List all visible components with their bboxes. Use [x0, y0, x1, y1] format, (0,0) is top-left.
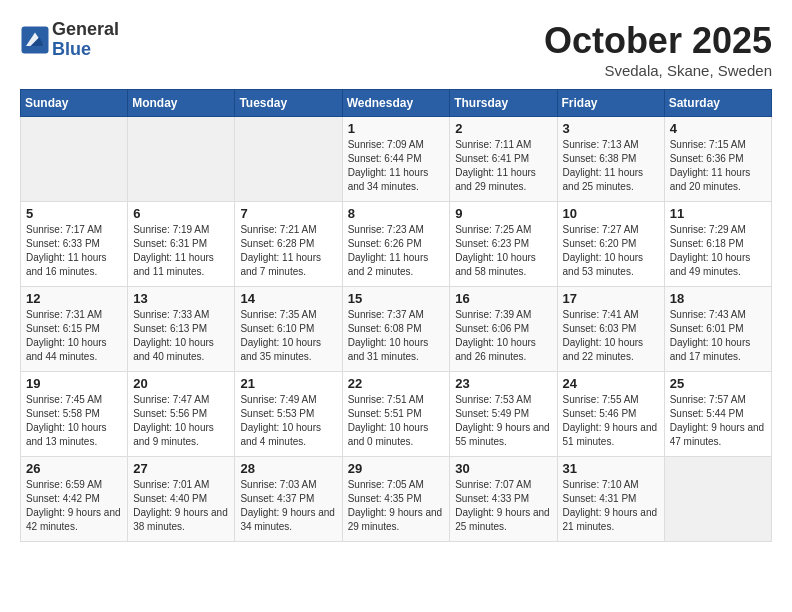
calendar-cell: 3Sunrise: 7:13 AMSunset: 6:38 PMDaylight… — [557, 117, 664, 202]
day-info: Sunrise: 7:53 AMSunset: 5:49 PMDaylight:… — [455, 393, 551, 449]
day-number: 15 — [348, 291, 445, 306]
day-number: 20 — [133, 376, 229, 391]
day-number: 8 — [348, 206, 445, 221]
calendar-cell: 9Sunrise: 7:25 AMSunset: 6:23 PMDaylight… — [450, 202, 557, 287]
day-info: Sunrise: 7:47 AMSunset: 5:56 PMDaylight:… — [133, 393, 229, 449]
day-number: 27 — [133, 461, 229, 476]
calendar-week-3: 12Sunrise: 7:31 AMSunset: 6:15 PMDayligh… — [21, 287, 772, 372]
day-info: Sunrise: 7:57 AMSunset: 5:44 PMDaylight:… — [670, 393, 766, 449]
day-number: 1 — [348, 121, 445, 136]
day-info: Sunrise: 7:21 AMSunset: 6:28 PMDaylight:… — [240, 223, 336, 279]
calendar-cell — [128, 117, 235, 202]
day-info: Sunrise: 7:31 AMSunset: 6:15 PMDaylight:… — [26, 308, 122, 364]
calendar-cell: 27Sunrise: 7:01 AMSunset: 4:40 PMDayligh… — [128, 457, 235, 542]
day-number: 4 — [670, 121, 766, 136]
day-number: 17 — [563, 291, 659, 306]
calendar-cell: 5Sunrise: 7:17 AMSunset: 6:33 PMDaylight… — [21, 202, 128, 287]
calendar-week-1: 1Sunrise: 7:09 AMSunset: 6:44 PMDaylight… — [21, 117, 772, 202]
weekday-header-saturday: Saturday — [664, 90, 771, 117]
calendar-week-2: 5Sunrise: 7:17 AMSunset: 6:33 PMDaylight… — [21, 202, 772, 287]
calendar-cell: 20Sunrise: 7:47 AMSunset: 5:56 PMDayligh… — [128, 372, 235, 457]
logo-icon — [20, 25, 50, 55]
calendar-cell: 24Sunrise: 7:55 AMSunset: 5:46 PMDayligh… — [557, 372, 664, 457]
weekday-header-tuesday: Tuesday — [235, 90, 342, 117]
day-number: 13 — [133, 291, 229, 306]
day-info: Sunrise: 7:15 AMSunset: 6:36 PMDaylight:… — [670, 138, 766, 194]
weekday-header-wednesday: Wednesday — [342, 90, 450, 117]
day-number: 18 — [670, 291, 766, 306]
day-number: 31 — [563, 461, 659, 476]
calendar-week-5: 26Sunrise: 6:59 AMSunset: 4:42 PMDayligh… — [21, 457, 772, 542]
day-info: Sunrise: 7:43 AMSunset: 6:01 PMDaylight:… — [670, 308, 766, 364]
calendar-cell: 18Sunrise: 7:43 AMSunset: 6:01 PMDayligh… — [664, 287, 771, 372]
calendar-week-4: 19Sunrise: 7:45 AMSunset: 5:58 PMDayligh… — [21, 372, 772, 457]
day-info: Sunrise: 7:11 AMSunset: 6:41 PMDaylight:… — [455, 138, 551, 194]
calendar-cell: 28Sunrise: 7:03 AMSunset: 4:37 PMDayligh… — [235, 457, 342, 542]
day-info: Sunrise: 7:17 AMSunset: 6:33 PMDaylight:… — [26, 223, 122, 279]
calendar-cell: 23Sunrise: 7:53 AMSunset: 5:49 PMDayligh… — [450, 372, 557, 457]
day-info: Sunrise: 7:05 AMSunset: 4:35 PMDaylight:… — [348, 478, 445, 534]
calendar-cell — [235, 117, 342, 202]
calendar-table: SundayMondayTuesdayWednesdayThursdayFrid… — [20, 89, 772, 542]
weekday-header-thursday: Thursday — [450, 90, 557, 117]
day-info: Sunrise: 7:49 AMSunset: 5:53 PMDaylight:… — [240, 393, 336, 449]
day-number: 5 — [26, 206, 122, 221]
calendar-cell: 10Sunrise: 7:27 AMSunset: 6:20 PMDayligh… — [557, 202, 664, 287]
day-number: 10 — [563, 206, 659, 221]
calendar-cell: 21Sunrise: 7:49 AMSunset: 5:53 PMDayligh… — [235, 372, 342, 457]
day-info: Sunrise: 7:51 AMSunset: 5:51 PMDaylight:… — [348, 393, 445, 449]
calendar-cell: 11Sunrise: 7:29 AMSunset: 6:18 PMDayligh… — [664, 202, 771, 287]
day-number: 30 — [455, 461, 551, 476]
day-number: 3 — [563, 121, 659, 136]
day-number: 26 — [26, 461, 122, 476]
logo: General Blue — [20, 20, 119, 60]
day-info: Sunrise: 7:19 AMSunset: 6:31 PMDaylight:… — [133, 223, 229, 279]
weekday-header-row: SundayMondayTuesdayWednesdayThursdayFrid… — [21, 90, 772, 117]
day-number: 28 — [240, 461, 336, 476]
calendar-cell: 1Sunrise: 7:09 AMSunset: 6:44 PMDaylight… — [342, 117, 450, 202]
calendar-cell: 26Sunrise: 6:59 AMSunset: 4:42 PMDayligh… — [21, 457, 128, 542]
day-number: 9 — [455, 206, 551, 221]
day-info: Sunrise: 7:07 AMSunset: 4:33 PMDaylight:… — [455, 478, 551, 534]
calendar-cell: 17Sunrise: 7:41 AMSunset: 6:03 PMDayligh… — [557, 287, 664, 372]
day-info: Sunrise: 7:41 AMSunset: 6:03 PMDaylight:… — [563, 308, 659, 364]
calendar-cell: 30Sunrise: 7:07 AMSunset: 4:33 PMDayligh… — [450, 457, 557, 542]
calendar-cell: 6Sunrise: 7:19 AMSunset: 6:31 PMDaylight… — [128, 202, 235, 287]
weekday-header-monday: Monday — [128, 90, 235, 117]
day-number: 16 — [455, 291, 551, 306]
day-number: 14 — [240, 291, 336, 306]
calendar-cell: 12Sunrise: 7:31 AMSunset: 6:15 PMDayligh… — [21, 287, 128, 372]
calendar-cell: 29Sunrise: 7:05 AMSunset: 4:35 PMDayligh… — [342, 457, 450, 542]
day-info: Sunrise: 7:01 AMSunset: 4:40 PMDaylight:… — [133, 478, 229, 534]
day-number: 21 — [240, 376, 336, 391]
day-info: Sunrise: 7:35 AMSunset: 6:10 PMDaylight:… — [240, 308, 336, 364]
day-number: 11 — [670, 206, 766, 221]
day-info: Sunrise: 7:09 AMSunset: 6:44 PMDaylight:… — [348, 138, 445, 194]
calendar-cell: 13Sunrise: 7:33 AMSunset: 6:13 PMDayligh… — [128, 287, 235, 372]
day-number: 22 — [348, 376, 445, 391]
day-number: 2 — [455, 121, 551, 136]
calendar-cell: 8Sunrise: 7:23 AMSunset: 6:26 PMDaylight… — [342, 202, 450, 287]
calendar-cell: 31Sunrise: 7:10 AMSunset: 4:31 PMDayligh… — [557, 457, 664, 542]
calendar-cell: 25Sunrise: 7:57 AMSunset: 5:44 PMDayligh… — [664, 372, 771, 457]
weekday-header-friday: Friday — [557, 90, 664, 117]
logo-text: General Blue — [52, 20, 119, 60]
month-title: October 2025 — [544, 20, 772, 62]
page-header: General Blue October 2025 Svedala, Skane… — [20, 20, 772, 79]
calendar-cell: 4Sunrise: 7:15 AMSunset: 6:36 PMDaylight… — [664, 117, 771, 202]
day-info: Sunrise: 7:03 AMSunset: 4:37 PMDaylight:… — [240, 478, 336, 534]
calendar-cell: 15Sunrise: 7:37 AMSunset: 6:08 PMDayligh… — [342, 287, 450, 372]
day-info: Sunrise: 7:13 AMSunset: 6:38 PMDaylight:… — [563, 138, 659, 194]
day-info: Sunrise: 7:10 AMSunset: 4:31 PMDaylight:… — [563, 478, 659, 534]
day-info: Sunrise: 7:45 AMSunset: 5:58 PMDaylight:… — [26, 393, 122, 449]
day-number: 24 — [563, 376, 659, 391]
calendar-cell: 19Sunrise: 7:45 AMSunset: 5:58 PMDayligh… — [21, 372, 128, 457]
day-info: Sunrise: 7:37 AMSunset: 6:08 PMDaylight:… — [348, 308, 445, 364]
day-info: Sunrise: 7:39 AMSunset: 6:06 PMDaylight:… — [455, 308, 551, 364]
day-info: Sunrise: 7:29 AMSunset: 6:18 PMDaylight:… — [670, 223, 766, 279]
location-subtitle: Svedala, Skane, Sweden — [544, 62, 772, 79]
day-number: 25 — [670, 376, 766, 391]
day-number: 7 — [240, 206, 336, 221]
day-info: Sunrise: 7:33 AMSunset: 6:13 PMDaylight:… — [133, 308, 229, 364]
weekday-header-sunday: Sunday — [21, 90, 128, 117]
